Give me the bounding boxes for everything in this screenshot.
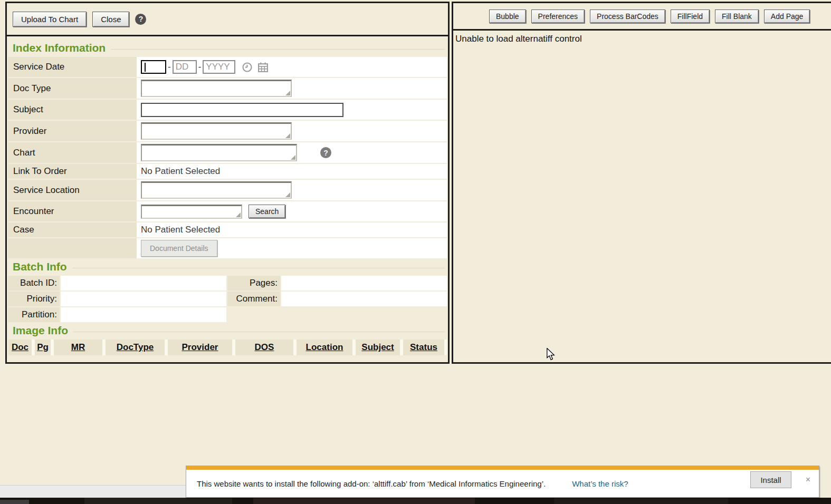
priority-value bbox=[61, 292, 226, 306]
resize-grip-icon[interactable] bbox=[285, 192, 290, 197]
document-details-button[interactable]: Document Details bbox=[141, 240, 217, 257]
case-value: No Patient Selected bbox=[138, 222, 447, 237]
subject-row: Subject bbox=[8, 100, 447, 120]
mouse-cursor-icon bbox=[546, 348, 556, 361]
viewer-panel: Bubble Preferences Process BarCodes Fill… bbox=[452, 2, 831, 364]
close-button[interactable]: Close bbox=[92, 12, 129, 27]
process-barcodes-button[interactable]: Process BarCodes bbox=[590, 9, 665, 23]
clock-icon[interactable] bbox=[242, 62, 253, 73]
batch-row-2: Priority: Comment: bbox=[8, 292, 447, 306]
comment-label: Comment: bbox=[227, 292, 280, 306]
date-separator: - bbox=[168, 62, 171, 72]
service-date-row: Service Date - - bbox=[8, 57, 447, 77]
index-information-title: Index Information bbox=[8, 42, 106, 54]
service-date-label: Service Date bbox=[8, 57, 137, 77]
provider-row: Provider bbox=[8, 121, 447, 141]
section-rule bbox=[73, 332, 445, 332]
image-info-column-headers: Doc Pg MR DocType Provider DOS Location … bbox=[8, 340, 447, 355]
fill-blank-button[interactable]: Fill Blank bbox=[715, 9, 759, 23]
notification-accent-bar bbox=[186, 466, 819, 470]
batch-info-header: Batch Info bbox=[8, 260, 447, 273]
date-separator: - bbox=[198, 62, 202, 72]
link-to-order-label: Link To Order bbox=[8, 164, 137, 179]
resize-grip-icon[interactable] bbox=[285, 91, 290, 95]
column-header-mr[interactable]: MR bbox=[54, 340, 102, 355]
column-header-doctype[interactable]: DocType bbox=[106, 340, 165, 355]
index-form: Index Information Service Date - - bbox=[7, 36, 448, 355]
service-date-year-input[interactable] bbox=[203, 60, 235, 74]
ie-addon-notification-bar: This website wants to install the follow… bbox=[186, 466, 819, 498]
chart-label: Chart bbox=[8, 142, 137, 163]
add-page-button[interactable]: Add Page bbox=[764, 9, 810, 23]
partition-label: Partition: bbox=[8, 307, 60, 322]
pages-label: Pages: bbox=[227, 276, 280, 290]
install-button[interactable]: Install bbox=[750, 471, 791, 488]
provider-input[interactable] bbox=[141, 122, 292, 140]
link-to-order-value: No Patient Selected bbox=[138, 164, 447, 179]
link-to-order-row: Link To Order No Patient Selected bbox=[8, 164, 447, 179]
batch-id-label: Batch ID: bbox=[8, 276, 60, 290]
document-details-row: Document Details bbox=[8, 238, 447, 258]
chart-row: Chart ? bbox=[8, 142, 447, 163]
subject-label: Subject bbox=[8, 100, 137, 120]
provider-label: Provider bbox=[8, 121, 137, 141]
subject-input[interactable] bbox=[141, 103, 343, 117]
index-information-header: Index Information bbox=[8, 42, 447, 54]
doc-type-row: Doc Type bbox=[8, 78, 447, 99]
service-date-day-input[interactable] bbox=[173, 60, 197, 74]
image-info-title: Image Info bbox=[8, 324, 68, 337]
case-row: Case No Patient Selected bbox=[8, 222, 447, 237]
column-header-location[interactable]: Location bbox=[297, 340, 352, 355]
comment-value bbox=[281, 292, 447, 306]
preferences-button[interactable]: Preferences bbox=[531, 9, 585, 23]
column-header-dos[interactable]: DOS bbox=[235, 340, 293, 355]
index-panel: Upload To Chart Close ? Index Informatio… bbox=[5, 2, 450, 364]
batch-row-3: Partition: bbox=[8, 307, 447, 322]
fillfield-button[interactable]: FillField bbox=[671, 9, 710, 23]
doc-type-label: Doc Type bbox=[8, 78, 137, 99]
service-location-row: Service Location bbox=[8, 180, 447, 200]
calendar-icon[interactable] bbox=[257, 62, 269, 73]
column-header-doc[interactable]: Doc bbox=[8, 340, 32, 355]
column-header-subject[interactable]: Subject bbox=[356, 340, 400, 355]
doc-type-input[interactable] bbox=[141, 80, 292, 97]
case-label: Case bbox=[8, 222, 137, 237]
bubble-button[interactable]: Bubble bbox=[489, 9, 526, 23]
batch-id-value bbox=[61, 276, 226, 290]
notification-message: This website wants to install the follow… bbox=[197, 479, 546, 488]
column-header-provider[interactable]: Provider bbox=[168, 340, 232, 355]
chart-help-icon[interactable]: ? bbox=[320, 147, 331, 158]
section-rule bbox=[72, 268, 445, 268]
chart-input[interactable] bbox=[141, 144, 297, 161]
viewer-error-message: Unable to load alternatiff control bbox=[453, 31, 831, 44]
left-toolbar: Upload To Chart Close ? bbox=[7, 3, 448, 36]
desktop-taskbar-strip bbox=[0, 498, 831, 504]
pages-value bbox=[281, 276, 447, 290]
encounter-row: Encounter Search bbox=[8, 201, 447, 221]
batch-info-title: Batch Info bbox=[8, 260, 67, 273]
partition-value bbox=[61, 307, 226, 322]
column-header-status[interactable]: Status bbox=[403, 340, 444, 355]
priority-label: Priority: bbox=[8, 292, 60, 306]
batch-row-1: Batch ID: Pages: bbox=[8, 276, 447, 290]
encounter-input[interactable] bbox=[141, 205, 242, 219]
notification-close-icon[interactable]: × bbox=[806, 475, 810, 484]
resize-grip-icon[interactable] bbox=[285, 133, 290, 138]
image-info-header: Image Info bbox=[8, 324, 447, 337]
resize-grip-icon[interactable] bbox=[236, 212, 241, 217]
whats-the-risk-link[interactable]: What’s the risk? bbox=[572, 479, 628, 488]
help-icon[interactable]: ? bbox=[135, 14, 146, 25]
resize-grip-icon[interactable] bbox=[291, 155, 295, 160]
service-location-input[interactable] bbox=[141, 181, 292, 199]
column-header-pg[interactable]: Pg bbox=[35, 340, 51, 355]
upload-to-chart-button[interactable]: Upload To Chart bbox=[13, 12, 87, 27]
encounter-label: Encounter bbox=[8, 201, 137, 221]
text-caret bbox=[145, 63, 146, 72]
document-details-spacer bbox=[8, 238, 137, 258]
viewer-toolbar: Bubble Preferences Process BarCodes Fill… bbox=[453, 3, 831, 31]
encounter-search-button[interactable]: Search bbox=[249, 205, 285, 218]
section-rule bbox=[111, 49, 445, 50]
service-location-label: Service Location bbox=[8, 180, 137, 200]
